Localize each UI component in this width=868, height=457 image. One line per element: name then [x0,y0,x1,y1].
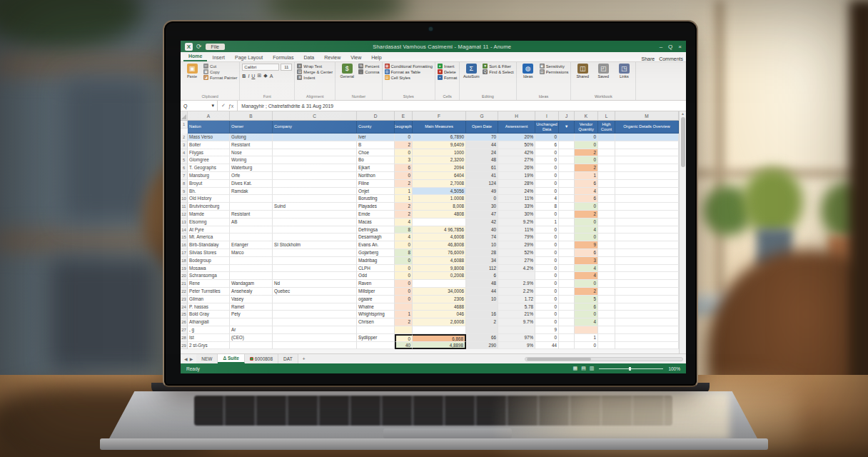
cell[interactable]: 0 [535,318,559,326]
cell[interactable] [559,311,575,318]
cell[interactable] [273,311,357,318]
cell[interactable]: Mansburg [188,172,230,180]
cell[interactable] [598,318,615,326]
next-sheet-icon[interactable]: ▶ [190,356,193,361]
cell[interactable]: Ramdak [230,188,273,196]
cell[interactable]: 28 [466,249,498,257]
row-number[interactable]: 28 [181,334,188,342]
cell[interactable]: 8,008 [413,203,466,211]
vertical-scroll-thumb[interactable] [681,117,685,167]
cell[interactable]: 0 [395,172,413,180]
shared-button[interactable]: ◫Shared [573,64,592,79]
cell[interactable]: 0 [535,249,559,257]
row-number[interactable]: 12 [181,211,188,219]
cell[interactable] [598,241,615,249]
delete-button[interactable]: ▾Delete [438,69,457,74]
cell[interactable]: Filygas [188,149,230,157]
cell[interactable]: Resistant [230,211,273,219]
cell[interactable]: 0 [535,265,559,273]
sheet-tab-dat[interactable]: DAT [278,354,298,363]
cell[interactable] [230,226,273,234]
cell[interactable]: Marco [230,249,273,257]
cell[interactable]: Pety [230,311,273,318]
cell[interactable]: 0 [395,288,413,296]
cell[interactable] [598,180,615,188]
cell[interactable]: 1 [575,172,598,180]
borders-icon[interactable]: ⊞ [257,73,261,79]
cell[interactable]: 0 [535,257,559,265]
cell[interactable]: 27% [498,156,535,164]
cell[interactable]: 4 [575,226,598,234]
cell[interactable] [273,195,357,203]
cell[interactable] [598,249,615,257]
cell[interactable]: 0 [395,334,413,342]
cell[interactable] [559,164,575,172]
prev-sheet-icon[interactable]: ◀ [184,356,188,361]
minimize-button[interactable]: – [660,44,662,50]
cell[interactable]: Millstper [357,288,395,296]
cell[interactable] [273,296,357,303]
cell[interactable]: 61 [466,164,498,172]
header-cell[interactable]: Company [273,121,357,134]
cell[interactable] [559,280,575,288]
cell[interactable]: Silvias Stores [188,249,230,257]
cell[interactable] [598,311,615,318]
cell[interactable]: 0 [535,172,559,180]
cell[interactable]: 4688 [413,303,466,311]
cell[interactable]: 8 [535,203,559,211]
cell[interactable]: Bodegroup [188,257,230,265]
cell[interactable]: 9 [575,241,598,249]
cell[interactable] [615,156,679,164]
cell[interactable] [559,249,575,257]
cell[interactable]: 0 [535,180,559,188]
row-number[interactable]: 8 [181,180,188,188]
cell[interactable]: Desarmagh [357,233,395,241]
cell[interactable]: 49 [466,188,498,196]
cell[interactable] [230,265,273,273]
cell[interactable]: 4 [575,318,598,326]
cell[interactable] [598,342,615,350]
cell[interactable]: 2 [395,180,413,188]
cell[interactable]: 0 [575,311,598,318]
add-sheet-button[interactable]: + [298,354,310,363]
cell[interactable] [598,141,615,149]
cell[interactable] [230,203,273,211]
cell[interactable]: Bh. [188,188,230,196]
cell[interactable]: Athangiall [188,318,230,326]
cell[interactable]: B [357,141,395,149]
cell[interactable]: Nd [273,280,357,288]
cell[interactable]: 9 [535,326,559,334]
cell[interactable] [615,211,679,219]
cell[interactable]: 24 [466,149,498,157]
row-number[interactable]: 17 [181,249,188,257]
cell[interactable]: Old History [188,195,230,203]
cell[interactable]: 33% [498,203,535,211]
cell[interactable]: 19% [498,172,535,180]
cell[interactable]: Brutvincenburg [188,203,230,211]
cell[interactable] [559,326,575,334]
cell[interactable] [273,303,357,311]
cell[interactable]: Glomgree [188,156,230,164]
cell[interactable]: 28% [498,180,535,188]
cell[interactable]: 5.78 [498,303,535,311]
cell[interactable]: 0 [535,303,559,311]
cell[interactable]: 4808 [413,211,466,219]
cell[interactable] [230,272,273,280]
row-number[interactable]: 16 [181,241,188,249]
cell[interactable] [615,257,679,265]
cell[interactable]: 6 [535,141,559,149]
find-select-button[interactable]: QFind & Select [483,69,513,74]
cell[interactable]: 0 [535,241,559,249]
insert-button[interactable]: ▸Insert [438,64,457,69]
paste-button[interactable]: ▣Paste [183,64,201,79]
cell[interactable]: Ansehealy [230,288,273,296]
row-number[interactable]: 9 [181,188,188,196]
cell[interactable]: 0 [535,226,559,234]
tab-review[interactable]: Review [319,54,345,61]
cell[interactable] [395,326,413,334]
cell[interactable]: Iver [357,134,395,141]
cell[interactable]: 0 [575,342,598,350]
cell[interactable]: 0 [535,334,559,342]
cell[interactable]: 4,5056 [413,188,466,196]
cell[interactable] [273,265,357,273]
